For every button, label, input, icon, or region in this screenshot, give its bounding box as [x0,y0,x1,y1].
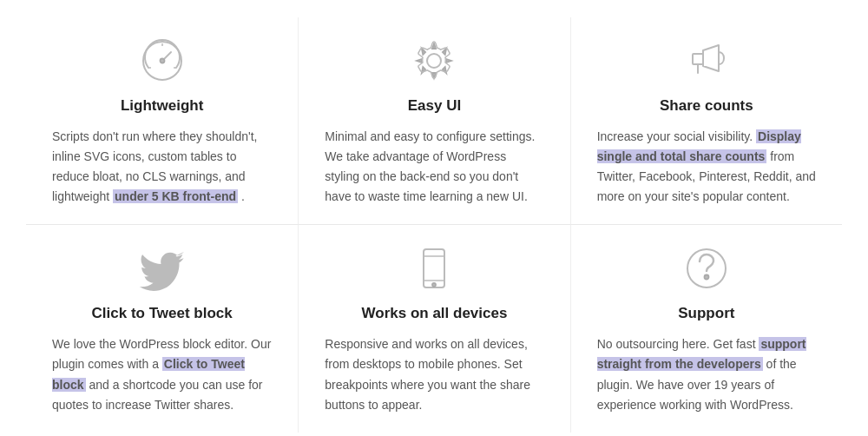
svg-point-6 [427,54,441,68]
lightweight-desc: Scripts don't run where they shouldn't, … [52,127,272,207]
click-to-tweet-desc: We love the WordPress block editor. Our … [52,334,272,414]
works-all-devices-icon [325,242,543,294]
share-counts-desc: Increase your social visibility. Display… [597,127,816,207]
svg-rect-8 [424,249,444,287]
click-to-tweet-icon [52,242,272,294]
feature-share-counts: Share countsIncrease your social visibil… [570,17,842,224]
lightweight-title: Lightweight [52,97,272,115]
svg-point-11 [432,283,436,287]
easy-ui-title: Easy UI [325,97,543,115]
easy-ui-desc: Minimal and easy to configure settings. … [325,127,543,207]
lightweight-highlight: under 5 KB front-end [113,189,238,203]
support-title: Support [597,305,816,322]
support-icon [597,242,816,294]
svg-point-2 [160,59,164,63]
feature-support: SupportNo outsourcing here. Get fast sup… [570,224,842,432]
works-all-devices-title: Works on all devices [325,305,543,322]
works-all-devices-desc: Responsive and works on all devices, fro… [325,334,543,414]
share-counts-highlight: Display single and total share counts [597,129,801,163]
feature-works-all-devices: Works on all devicesResponsive and works… [298,224,569,432]
features-grid: LightweightScripts don't run where they … [0,0,868,436]
share-counts-title: Share counts [597,97,816,115]
support-highlight: support straight from the developers [597,337,806,371]
feature-lightweight: LightweightScripts don't run where they … [26,17,298,224]
svg-point-12 [704,275,708,280]
support-desc: No outsourcing here. Get fast support st… [597,334,816,414]
lightweight-icon [52,35,272,87]
svg-rect-7 [693,54,703,64]
feature-easy-ui: Easy UIMinimal and easy to configure set… [298,17,569,224]
click-to-tweet-highlight: Click to Tweet block [52,357,245,391]
share-counts-icon [597,35,816,87]
feature-click-to-tweet: Click to Tweet blockWe love the WordPres… [26,224,298,432]
click-to-tweet-title: Click to Tweet block [52,305,272,322]
easy-ui-icon [325,35,543,87]
